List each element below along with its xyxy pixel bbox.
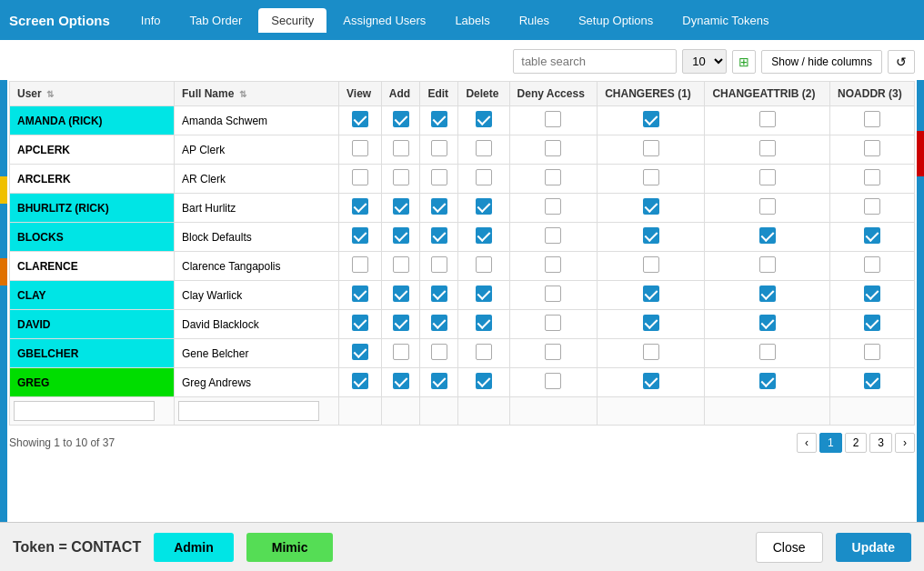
view-checkbox[interactable] xyxy=(352,286,368,302)
page-1-button[interactable]: 1 xyxy=(819,433,842,453)
add-checkbox[interactable] xyxy=(393,227,409,244)
edit-checkbox[interactable] xyxy=(431,286,447,302)
c3-checkbox[interactable] xyxy=(864,286,880,302)
refresh-button[interactable]: ↺ xyxy=(888,50,915,74)
delete-checkbox[interactable] xyxy=(476,315,492,331)
c3-checkbox[interactable] xyxy=(864,344,880,360)
add-checkbox[interactable] xyxy=(393,140,409,156)
view-checkbox[interactable] xyxy=(352,140,368,156)
tab-rules[interactable]: Rules xyxy=(507,8,562,33)
c2-checkbox[interactable] xyxy=(759,344,776,360)
edit-checkbox[interactable] xyxy=(431,140,447,156)
c2-checkbox[interactable] xyxy=(759,111,776,127)
edit-checkbox[interactable] xyxy=(431,111,447,127)
c2-checkbox[interactable] xyxy=(759,315,776,331)
user-search-input[interactable] xyxy=(14,401,155,421)
delete-checkbox[interactable] xyxy=(476,169,492,185)
add-checkbox[interactable] xyxy=(393,286,409,302)
c3-checkbox[interactable] xyxy=(864,373,880,389)
close-button[interactable]: Close xyxy=(756,532,823,563)
add-checkbox[interactable] xyxy=(393,315,409,331)
deny-checkbox[interactable] xyxy=(545,111,561,127)
add-checkbox[interactable] xyxy=(393,198,409,215)
c2-checkbox[interactable] xyxy=(759,169,776,185)
excel-export-button[interactable]: ⊞ xyxy=(732,50,756,74)
edit-checkbox[interactable] xyxy=(431,227,447,244)
view-checkbox[interactable] xyxy=(352,344,368,360)
view-checkbox[interactable] xyxy=(352,111,368,127)
c1-checkbox[interactable] xyxy=(643,373,659,389)
c3-checkbox[interactable] xyxy=(864,227,880,244)
deny-checkbox[interactable] xyxy=(545,198,561,215)
delete-checkbox[interactable] xyxy=(476,198,492,215)
page-2-button[interactable]: 2 xyxy=(845,433,868,453)
tab-security[interactable]: Security xyxy=(258,8,326,33)
c1-checkbox[interactable] xyxy=(643,286,659,302)
edit-checkbox[interactable] xyxy=(431,344,447,360)
delete-checkbox[interactable] xyxy=(476,344,492,360)
add-checkbox[interactable] xyxy=(393,373,409,389)
c2-checkbox[interactable] xyxy=(759,227,776,244)
table-search-input[interactable] xyxy=(513,49,677,74)
c3-checkbox[interactable] xyxy=(864,111,880,127)
c3-checkbox[interactable] xyxy=(864,198,880,215)
delete-checkbox[interactable] xyxy=(476,111,492,127)
c1-checkbox[interactable] xyxy=(643,198,659,215)
add-checkbox[interactable] xyxy=(393,111,409,127)
c1-checkbox[interactable] xyxy=(643,169,659,185)
delete-checkbox[interactable] xyxy=(476,256,492,273)
c3-checkbox[interactable] xyxy=(864,169,880,185)
c2-checkbox[interactable] xyxy=(759,286,776,302)
c3-checkbox[interactable] xyxy=(864,315,880,331)
c3-checkbox[interactable] xyxy=(864,140,880,156)
add-checkbox[interactable] xyxy=(393,344,409,360)
delete-checkbox[interactable] xyxy=(476,227,492,244)
c1-checkbox[interactable] xyxy=(643,140,659,156)
edit-checkbox[interactable] xyxy=(431,169,447,185)
delete-checkbox[interactable] xyxy=(476,373,492,389)
show-hide-columns-button[interactable]: Show / hide columns xyxy=(761,50,882,74)
delete-checkbox[interactable] xyxy=(476,286,492,302)
tab-info[interactable]: Info xyxy=(128,8,174,33)
c3-checkbox[interactable] xyxy=(864,256,880,273)
tab-setup-options[interactable]: Setup Options xyxy=(566,8,666,33)
edit-checkbox[interactable] xyxy=(431,315,447,331)
col-header-user[interactable]: User ⇅ xyxy=(10,82,175,106)
deny-checkbox[interactable] xyxy=(545,256,561,273)
view-checkbox[interactable] xyxy=(352,315,368,331)
view-checkbox[interactable] xyxy=(352,169,368,185)
c1-checkbox[interactable] xyxy=(643,344,659,360)
update-button[interactable]: Update xyxy=(836,533,911,562)
view-checkbox[interactable] xyxy=(352,227,368,244)
view-checkbox[interactable] xyxy=(352,373,368,389)
c2-checkbox[interactable] xyxy=(759,198,776,215)
prev-page-button[interactable]: ‹ xyxy=(797,433,817,453)
next-page-button[interactable]: › xyxy=(895,433,915,453)
tab-tab-order[interactable]: Tab Order xyxy=(177,8,256,33)
add-checkbox[interactable] xyxy=(393,256,409,273)
add-checkbox[interactable] xyxy=(393,169,409,185)
edit-checkbox[interactable] xyxy=(431,373,447,389)
c1-checkbox[interactable] xyxy=(643,315,659,331)
c1-checkbox[interactable] xyxy=(643,111,659,127)
tab-assigned-users[interactable]: Assigned Users xyxy=(330,8,438,33)
page-3-button[interactable]: 3 xyxy=(869,433,892,453)
mimic-button[interactable]: Mimic xyxy=(246,533,334,562)
fullname-search-input[interactable] xyxy=(178,401,319,421)
deny-checkbox[interactable] xyxy=(545,344,561,360)
deny-checkbox[interactable] xyxy=(545,315,561,331)
tab-dynamic-tokens[interactable]: Dynamic Tokens xyxy=(669,8,781,33)
deny-checkbox[interactable] xyxy=(545,227,561,244)
rows-per-page-select[interactable]: 10 25 50 xyxy=(682,49,727,74)
deny-checkbox[interactable] xyxy=(545,169,561,185)
tab-labels[interactable]: Labels xyxy=(442,8,502,33)
view-checkbox[interactable] xyxy=(352,198,368,215)
deny-checkbox[interactable] xyxy=(545,373,561,389)
c2-checkbox[interactable] xyxy=(759,140,776,156)
deny-checkbox[interactable] xyxy=(545,286,561,302)
c1-checkbox[interactable] xyxy=(643,256,659,273)
edit-checkbox[interactable] xyxy=(431,198,447,215)
col-header-fullname[interactable]: Full Name ⇅ xyxy=(175,82,339,106)
c2-checkbox[interactable] xyxy=(759,373,776,389)
c1-checkbox[interactable] xyxy=(643,227,659,244)
